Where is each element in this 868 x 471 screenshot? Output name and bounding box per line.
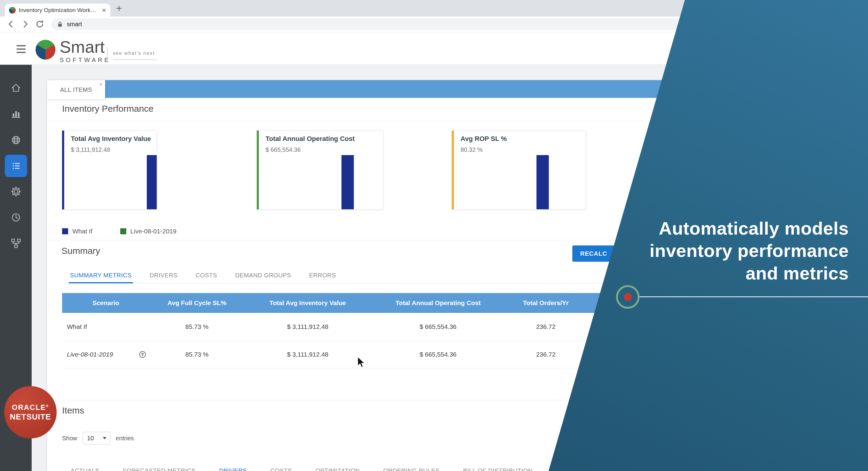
tab-all-items[interactable]: ALL ITEMS ×: [47, 80, 105, 99]
tab-favicon-icon: [9, 7, 16, 13]
active-item-highlight: [5, 155, 27, 177]
brand-subtitle: SOFTWARE: [60, 57, 111, 64]
tab-optimization[interactable]: OPTIMIZATION: [315, 467, 360, 471]
legend-what-if: What If: [62, 228, 93, 235]
card-title: Avg ROP SL %: [461, 135, 507, 143]
oracle-netsuite-badge: ORACLE® NETSUITE: [4, 386, 57, 438]
tab-bill-of-distribution[interactable]: BILL OF DISTRIBUTION: [463, 467, 532, 471]
back-button[interactable]: [5, 18, 17, 30]
sidebar-item-settings[interactable]: [0, 180, 32, 203]
tab-demand-groups[interactable]: DEMAND GROUPS: [234, 270, 292, 283]
tab-close-icon[interactable]: ×: [99, 81, 103, 87]
sidebar-item-charts[interactable]: [0, 102, 32, 125]
lock-icon: [57, 21, 63, 28]
back-arrow-icon: [6, 19, 16, 29]
tab-item-costs[interactable]: COSTS: [270, 467, 292, 471]
forward-button[interactable]: [19, 18, 31, 30]
legend-swatch-blue: [62, 228, 68, 234]
live-scenario-icon[interactable]: [138, 350, 147, 358]
netsuite-label: NETSUITE: [10, 412, 51, 422]
items-tabs: ACTUALS FORECASTED METRICS DRIVERS COSTS…: [70, 467, 586, 471]
legend-label: Live-08-01-2019: [130, 228, 177, 235]
bar-what-if: [147, 155, 157, 209]
chart-legend: What If Live-08-01-2019: [62, 228, 176, 235]
show-label: Show: [62, 435, 77, 442]
items-title: Items: [62, 405, 84, 415]
hamburger-icon: [17, 45, 26, 46]
tab-costs[interactable]: COSTS: [194, 270, 218, 283]
tab-drivers[interactable]: DRIVERS: [149, 270, 179, 283]
tab-errors[interactable]: ERRORS: [308, 270, 337, 283]
reload-button[interactable]: [34, 18, 46, 30]
card-title: Total Annual Operating Cost: [266, 135, 355, 143]
tab-summary-metrics[interactable]: SUMMARY METRICS: [69, 270, 133, 283]
col-total-orders: Total Orders/Yr: [505, 299, 587, 307]
brand-wordmark: Smart SOFTWARE: [60, 38, 111, 64]
screen: Inventory Optimization Workben × + smart…: [0, 0, 868, 471]
mouse-cursor: [357, 356, 367, 368]
overlay-caption: Automatically models inventory performan…: [650, 217, 849, 284]
home-icon: [10, 82, 22, 94]
cell-inventory: $ 3,111,912.48: [244, 323, 371, 330]
bar-what-if: [536, 155, 549, 209]
distribution-icon: [10, 237, 22, 249]
url-text: smart: [67, 21, 82, 28]
inventory-performance-title: Inventory Performance: [62, 104, 153, 114]
menu-button[interactable]: [17, 45, 26, 55]
annotation-circle: [616, 285, 640, 309]
smart-logo-icon: [36, 40, 56, 60]
tab-item-drivers[interactable]: DRIVERS: [219, 467, 247, 471]
card-total-annual-operating-cost: Total Annual Operating Cost $ 665,554.36: [257, 130, 383, 210]
card-total-avg-inventory-value: Total Avg Inventory Value $ 3,111,912.48: [62, 130, 157, 210]
card-value: 80.32 %: [461, 146, 483, 153]
sidebar-item-home[interactable]: [0, 77, 32, 99]
card-value: $ 665,554.36: [266, 146, 301, 153]
reload-icon: [35, 19, 45, 29]
sidebar-item-history[interactable]: [0, 206, 32, 229]
cell-cost: $ 665,554.36: [371, 323, 505, 330]
annotation-line: [639, 296, 868, 297]
new-tab-button[interactable]: +: [116, 2, 122, 14]
tab-title: Inventory Optimization Workben: [19, 7, 99, 13]
caption-line: inventory performance: [650, 240, 849, 262]
globe-icon: [10, 134, 22, 146]
caption-line: Automatically models: [650, 217, 849, 240]
gear-icon: [10, 186, 22, 198]
sidebar-item-globe[interactable]: [0, 129, 32, 151]
workbench-list-icon: [10, 160, 22, 172]
oracle-label: ORACLE®: [12, 403, 49, 412]
page-size-value: 10: [87, 435, 94, 442]
cell-scenario: Live-08-01-2019: [62, 350, 150, 358]
sidebar-item-workbench[interactable]: [0, 155, 32, 177]
summary-title: Summary: [61, 246, 100, 256]
chevron-down-icon: [103, 437, 106, 439]
tab-actuals[interactable]: ACTUALS: [70, 467, 99, 471]
cell-sl: 85.73 %: [150, 323, 244, 330]
cell-cost: $ 665,554.36: [371, 351, 505, 358]
tab-close-icon[interactable]: ×: [102, 7, 106, 14]
clock-icon: [10, 211, 22, 224]
legend-label: What If: [72, 228, 93, 235]
entries-label: entries: [116, 435, 134, 442]
cell-inventory: $ 3,111,912.48: [244, 351, 371, 358]
cell-orders: 236.72: [505, 351, 587, 358]
card-value: $ 3,111,912.48: [71, 146, 110, 153]
logo-divider: [107, 47, 107, 61]
bar-what-if: [341, 155, 354, 209]
card-title: Total Avg Inventory Value: [71, 135, 151, 143]
forward-arrow-icon: [20, 19, 30, 29]
brand-tagline: see what's next: [113, 51, 157, 60]
col-total-annual-cost: Total Annual Operating Cost: [371, 299, 505, 307]
tab-all-items-label: ALL ITEMS: [60, 87, 92, 93]
cell-scenario: What If: [62, 323, 150, 330]
show-entries-row: Show 10 entries: [62, 432, 134, 444]
page-size-select[interactable]: 10: [83, 432, 110, 444]
browser-tab[interactable]: Inventory Optimization Workben ×: [5, 4, 110, 16]
caption-line: and metrics: [650, 262, 849, 284]
sidebar-item-distribution[interactable]: [0, 232, 32, 255]
tab-ordering-rules[interactable]: ORDERING RULES: [383, 467, 440, 471]
col-avg-full-cycle: Avg Full Cycle SL%: [150, 299, 244, 307]
cell-sl: 85.73 %: [150, 351, 244, 358]
col-total-avg-inventory: Total Avg Inventory Value: [244, 299, 371, 307]
tab-forecasted-metrics[interactable]: FORECASTED METRICS: [123, 467, 195, 471]
